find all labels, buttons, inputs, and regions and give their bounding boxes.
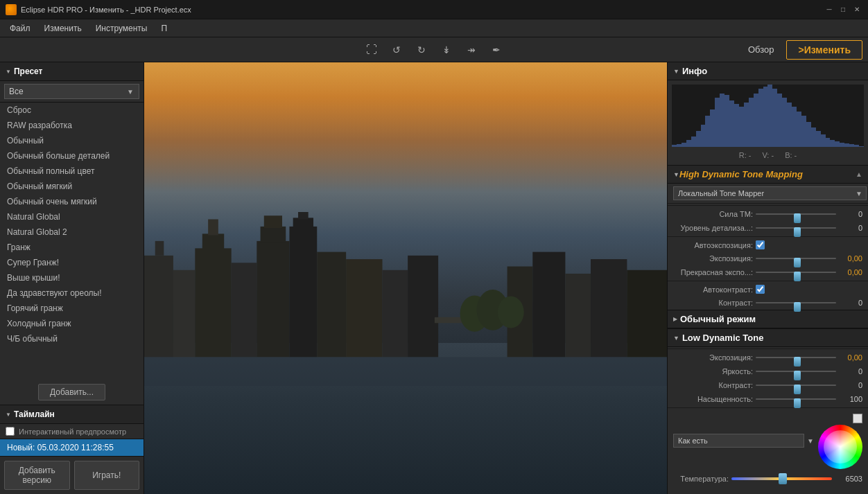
detail-slider[interactable] [756, 223, 836, 233]
timeline-entry[interactable]: Новый: 05.03.2020 11:28:55 [0, 439, 144, 456]
list-item[interactable]: Обычный полный цвет [0, 164, 144, 179]
histogram-bar [758, 89, 763, 147]
color-white-swatch[interactable] [853, 414, 862, 423]
histogram-bar [835, 141, 840, 147]
color-preset-select[interactable]: Как есть [673, 434, 804, 448]
rotate-ccw-icon[interactable]: ↺ [387, 40, 406, 60]
tab-edit[interactable]: >Изменить [786, 40, 862, 60]
histogram-bar [720, 94, 724, 147]
hdr-title: High Dynamic Tone Mapping [679, 169, 803, 179]
list-item[interactable]: Сброс [0, 103, 144, 118]
menu-tools[interactable]: Инструменты [89, 21, 155, 35]
histogram-bar [806, 122, 811, 147]
histogram-bar [854, 145, 859, 147]
sunset-overlay [144, 62, 667, 192]
contrast-hdr-thumb[interactable] [794, 302, 801, 312]
list-item[interactable]: Обычный мягкий [0, 179, 144, 194]
low-exposure-thumb[interactable] [794, 357, 801, 367]
tab-overview[interactable]: Обзор [737, 41, 785, 58]
info-header: ▼ Инфо [668, 62, 868, 80]
hdr-section-header[interactable]: ▼ High Dynamic Tone Mapping ▲ [668, 166, 868, 184]
low-brightness-thumb[interactable] [794, 371, 801, 380]
list-item[interactable]: Обычный очень мягкий [0, 194, 144, 209]
menu-extra[interactable]: П [154, 21, 174, 35]
svg-rect-3 [195, 248, 231, 357]
histogram-bar [682, 143, 686, 147]
histogram-bar [844, 143, 849, 147]
auto-contrast-checkbox[interactable] [756, 285, 765, 294]
low-saturation-slider[interactable] [756, 394, 836, 404]
temperature-thumb[interactable] [779, 473, 787, 484]
maximize-button[interactable]: □ [837, 4, 849, 15]
menu-edit[interactable]: Изменить [37, 21, 89, 35]
histogram-bar [701, 125, 706, 147]
exposure-thumb[interactable] [794, 258, 801, 267]
low-saturation-thumb[interactable] [794, 398, 801, 408]
expand-icon[interactable]: ⛶ [362, 40, 381, 60]
list-item[interactable]: Ч/Б обычный [0, 331, 144, 346]
histogram-bar [715, 98, 720, 147]
tone-mapper-select[interactable]: Локальный Tone Mapper [673, 186, 867, 200]
contrast-hdr-value: 0 [839, 299, 862, 307]
divider [668, 236, 868, 237]
interactive-preview-checkbox[interactable] [6, 427, 15, 436]
svg-rect-21 [591, 259, 627, 357]
low-saturation-value: 100 [839, 395, 862, 403]
low-dynamic-triangle-icon: ▼ [673, 335, 679, 342]
list-item[interactable]: Natural Global 2 [0, 224, 144, 240]
svg-rect-7 [257, 241, 289, 358]
exposure-slider[interactable] [756, 254, 836, 263]
list-item[interactable]: Natural Global [0, 209, 144, 224]
rotate-cw-icon[interactable]: ↻ [412, 40, 431, 60]
tm-strength-thumb[interactable] [794, 213, 801, 223]
normal-mode-header[interactable]: ▶ Обычный режим [668, 310, 868, 328]
pre-exposure-thumb[interactable] [794, 272, 801, 281]
low-dynamic-section: ▼ Low Dynamic Tone Экспозиция: 0,00 Ярко… [668, 329, 868, 486]
color-wheel[interactable] [818, 425, 862, 469]
minimize-button[interactable]: ─ [824, 4, 835, 15]
auto-exposure-checkbox[interactable] [756, 240, 765, 249]
color-preset-row: Как есть ▼ [673, 434, 814, 448]
play-button[interactable]: Играть! [74, 461, 140, 490]
divider [668, 349, 868, 349]
list-item[interactable]: RAW разработка [0, 118, 144, 133]
list-item[interactable]: Супер Гранж! [0, 255, 144, 270]
list-item[interactable]: Холодный гранж [0, 316, 144, 331]
low-brightness-slider[interactable] [756, 367, 836, 376]
contrast-hdr-slider[interactable] [756, 298, 836, 308]
low-contrast-slider[interactable] [756, 380, 836, 390]
temperature-slider[interactable] [731, 474, 832, 484]
preset-filter-select[interactable]: Все [4, 84, 139, 99]
timeline-triangle-icon: ▼ [6, 412, 11, 418]
list-item[interactable]: Горячий гранж [0, 301, 144, 316]
close-button[interactable]: ✕ [851, 4, 862, 15]
low-exposure-slider[interactable] [756, 353, 836, 362]
temperature-label: Температура: [673, 475, 729, 483]
list-item[interactable]: Выше крыши! [0, 270, 144, 285]
control-row-low-contrast: Контраст: 0 [668, 378, 868, 392]
svg-rect-5 [208, 219, 218, 235]
svg-rect-26 [144, 357, 667, 386]
list-item[interactable]: Обычный [0, 133, 144, 148]
low-exposure-value: 0,00 [839, 353, 862, 362]
list-item[interactable]: Да здравствуют ореолы! [0, 285, 144, 301]
add-preset-button[interactable]: Добавить... [38, 384, 105, 400]
tm-strength-slider[interactable] [756, 209, 836, 219]
pre-exposure-slider[interactable] [756, 267, 836, 277]
pre-exposure-value: 0,00 [839, 268, 862, 276]
detail-value: 0 [839, 224, 862, 232]
flip-horizontal-icon[interactable]: ↠ [462, 40, 481, 60]
histogram-bars [672, 85, 864, 147]
low-contrast-thumb[interactable] [794, 385, 801, 394]
list-item[interactable]: Обычный больше деталей [0, 148, 144, 164]
list-item[interactable]: Гранж [0, 240, 144, 255]
eyedropper-icon[interactable]: ✒ [487, 40, 506, 60]
low-contrast-track [756, 385, 836, 386]
detail-thumb[interactable] [794, 227, 801, 237]
flip-vertical-icon[interactable]: ↡ [437, 40, 456, 60]
rgb-b-value: B: - [785, 151, 797, 159]
histogram-bar [754, 94, 758, 147]
menu-file[interactable]: Файл [3, 21, 37, 35]
add-version-button[interactable]: Добавить версию [4, 461, 70, 490]
low-dynamic-header[interactable]: ▼ Low Dynamic Tone [668, 329, 868, 347]
